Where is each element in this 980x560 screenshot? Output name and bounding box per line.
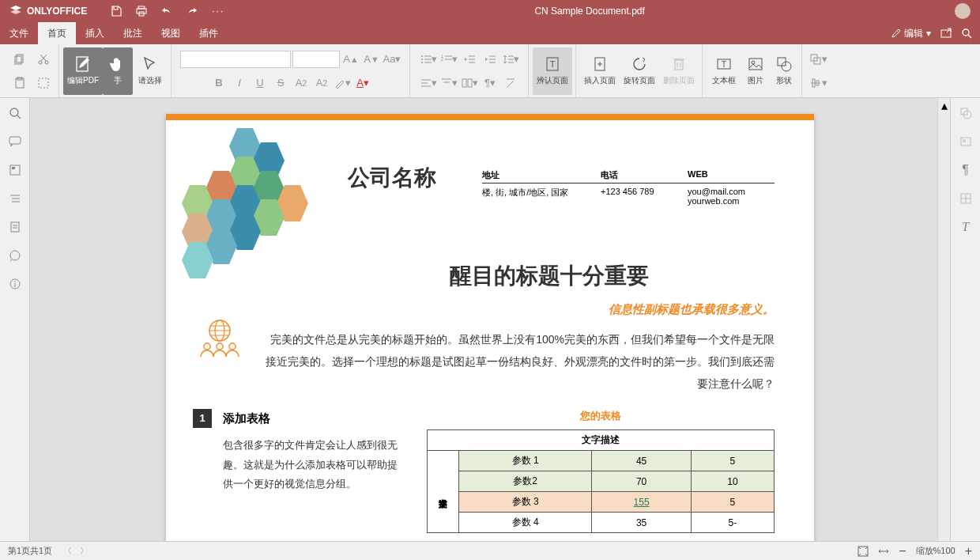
recognize-page-button[interactable]: T 辨认页面 bbox=[533, 47, 572, 95]
hand-tool-button[interactable]: 手 bbox=[103, 47, 133, 95]
print-icon[interactable] bbox=[136, 6, 147, 17]
open-location-icon[interactable] bbox=[940, 28, 952, 39]
delete-page-button[interactable]: 删除页面 bbox=[659, 47, 699, 95]
select-tool-button[interactable]: 请选择 bbox=[133, 47, 168, 95]
search-icon[interactable] bbox=[961, 28, 972, 39]
thumbnails-icon[interactable] bbox=[8, 163, 22, 177]
paste-icon[interactable] bbox=[10, 74, 29, 93]
superscript-icon[interactable]: A2 bbox=[292, 74, 311, 93]
table-cell: 参数 4 bbox=[459, 513, 592, 533]
comments-icon[interactable] bbox=[8, 134, 22, 149]
edit-pdf-button[interactable]: 编辑PDF bbox=[63, 47, 103, 95]
decrease-font-icon[interactable]: A▼ bbox=[362, 50, 381, 69]
svg-point-6 bbox=[963, 29, 969, 36]
prev-page-icon[interactable]: 〈 bbox=[63, 545, 72, 557]
menu-home[interactable]: 首页 bbox=[38, 22, 76, 44]
copy-icon[interactable] bbox=[10, 50, 29, 69]
headline: 醒目的标题十分重要 bbox=[324, 261, 775, 291]
about-icon[interactable] bbox=[8, 277, 22, 291]
redo-icon[interactable] bbox=[187, 6, 198, 17]
increase-font-icon[interactable]: A▲ bbox=[341, 50, 360, 69]
line-spacing-icon[interactable]: ▾ bbox=[501, 50, 520, 69]
highlight-icon[interactable]: ▾ bbox=[333, 74, 352, 93]
menu-insert[interactable]: 插入 bbox=[76, 22, 114, 44]
align-objects-icon[interactable]: ▾ bbox=[808, 74, 827, 93]
menu-view[interactable]: 视图 bbox=[152, 22, 190, 44]
arrange-icon[interactable]: ▾ bbox=[808, 50, 827, 69]
menu-file[interactable]: 文件 bbox=[0, 22, 38, 44]
fit-width-icon[interactable] bbox=[878, 546, 889, 557]
strike-icon[interactable]: S bbox=[271, 74, 290, 93]
svg-point-82 bbox=[217, 343, 223, 350]
cut-icon[interactable] bbox=[34, 50, 53, 69]
valign-icon[interactable]: ▾ bbox=[439, 74, 458, 93]
next-page-icon[interactable]: 〉 bbox=[80, 545, 89, 557]
image-button[interactable]: 图片 bbox=[741, 47, 770, 95]
image-settings-icon[interactable] bbox=[959, 134, 973, 149]
outline-icon[interactable] bbox=[8, 191, 22, 206]
table-title: 您的表格 bbox=[427, 409, 775, 423]
feedback-icon[interactable] bbox=[8, 248, 22, 263]
undo-icon[interactable] bbox=[161, 6, 172, 17]
rotate-page-button[interactable]: 旋转页面 bbox=[620, 47, 659, 95]
svg-rect-84 bbox=[961, 108, 967, 115]
status-bar: 第1页共1页 〈 〉 − 缩放%100 + bbox=[0, 541, 980, 560]
zoom-level[interactable]: 缩放%100 bbox=[916, 545, 956, 557]
insert-page-button[interactable]: 插入页面 bbox=[580, 47, 620, 95]
svg-point-81 bbox=[204, 343, 210, 350]
title-bar: ONLYOFFICE ··· CN Sample Document.pdf bbox=[0, 0, 980, 22]
paragraph-mark-icon[interactable]: ¶▾ bbox=[481, 74, 499, 93]
app-name: ONLYOFFICE bbox=[27, 6, 87, 17]
more-icon[interactable]: ··· bbox=[212, 6, 224, 17]
addr-value: 楼, 街, 城市/地区, 国家 bbox=[482, 187, 601, 206]
recognize-label: 辨认页面 bbox=[537, 75, 568, 86]
user-avatar[interactable] bbox=[955, 3, 971, 19]
svg-point-75 bbox=[14, 281, 16, 282]
find-icon[interactable] bbox=[8, 106, 22, 120]
change-case-icon[interactable]: Aa▾ bbox=[383, 50, 401, 69]
zoom-in-icon[interactable]: + bbox=[965, 544, 972, 558]
clear-format-icon[interactable] bbox=[501, 74, 520, 93]
save-icon[interactable] bbox=[111, 6, 122, 17]
outdent-icon[interactable] bbox=[460, 50, 479, 69]
svg-text:T: T bbox=[550, 59, 556, 69]
addr-label: 地址 bbox=[482, 169, 594, 181]
table-cell: 5- bbox=[691, 513, 774, 533]
insert-page-label: 插入页面 bbox=[584, 75, 616, 86]
pages-panel-icon[interactable] bbox=[8, 220, 22, 234]
shape-button[interactable]: 形状 bbox=[770, 47, 798, 95]
numbering-icon[interactable]: 12▾ bbox=[439, 50, 458, 69]
paragraph-settings-icon[interactable]: ¶ bbox=[959, 163, 973, 177]
tel-value: +123 456 789 bbox=[601, 187, 688, 206]
font-color-icon[interactable]: A▾ bbox=[353, 74, 372, 93]
bold-icon[interactable]: B bbox=[209, 74, 228, 93]
image-label: 图片 bbox=[748, 75, 763, 86]
columns-icon[interactable]: ▾ bbox=[460, 74, 479, 93]
edit-mode-button[interactable]: 编辑 ▾ bbox=[891, 27, 931, 40]
hex-graphic bbox=[174, 128, 308, 294]
hand-label: 手 bbox=[114, 75, 122, 86]
italic-icon[interactable]: I bbox=[230, 74, 249, 93]
underline-icon[interactable]: U bbox=[251, 74, 270, 93]
textart-settings-icon[interactable]: T bbox=[959, 220, 973, 234]
shape-settings-icon[interactable] bbox=[959, 106, 973, 120]
web-label: WEB bbox=[688, 169, 760, 179]
vertical-scrollbar[interactable]: ▴ bbox=[937, 98, 950, 541]
font-family-select[interactable] bbox=[180, 51, 291, 68]
indent-icon[interactable] bbox=[481, 50, 499, 69]
canvas[interactable]: 公司名称 地址 电话 WEB bbox=[30, 98, 950, 541]
menu-plugins[interactable]: 插件 bbox=[190, 22, 228, 44]
select-all-icon[interactable] bbox=[34, 74, 53, 93]
textbox-button[interactable]: T 文本框 bbox=[707, 47, 741, 95]
subscript-icon[interactable]: A2 bbox=[312, 74, 331, 93]
zoom-out-icon[interactable]: − bbox=[899, 544, 906, 558]
table-cell: 5 bbox=[691, 492, 774, 513]
font-size-select[interactable] bbox=[292, 51, 340, 68]
align-left-icon[interactable]: ▾ bbox=[419, 74, 438, 93]
fit-page-icon[interactable] bbox=[858, 546, 869, 557]
bullets-icon[interactable]: ▾ bbox=[419, 50, 438, 69]
table-cell: 70 bbox=[592, 471, 692, 492]
menu-comment[interactable]: 批注 bbox=[114, 22, 152, 44]
table-settings-icon[interactable] bbox=[959, 191, 973, 206]
svg-rect-14 bbox=[39, 78, 48, 88]
